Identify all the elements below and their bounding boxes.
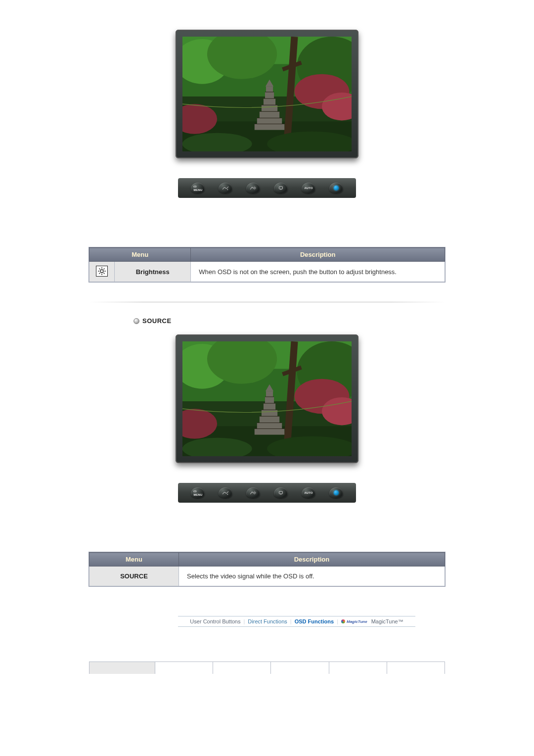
svg-point-38: [100, 270, 103, 273]
nav-separator: |: [290, 618, 292, 624]
brightness-icon-cell: [89, 262, 115, 282]
down-adjust-button[interactable]: [219, 183, 232, 193]
empty-cell: [387, 662, 445, 674]
subsection-nav: User Control Buttons | Direct Functions …: [178, 616, 415, 627]
svg-line-43: [99, 269, 100, 270]
hardware-button-bar-2: ▭MENU AUTO: [178, 483, 356, 503]
svg-rect-62: [262, 410, 277, 416]
svg-point-28: [254, 187, 255, 189]
section-divider: [89, 302, 445, 302]
svg-rect-14: [260, 111, 279, 118]
svg-rect-61: [260, 416, 279, 423]
svg-rect-18: [266, 87, 273, 92]
svg-rect-16: [264, 98, 275, 105]
table-header-description: Description: [179, 553, 445, 567]
enter-source-button[interactable]: [274, 487, 288, 498]
empty-cell: [89, 662, 155, 674]
power-icon: [334, 186, 339, 190]
table-header-menu: Menu: [89, 553, 179, 567]
magictune-logo: MagicTune: [341, 619, 367, 624]
svg-line-35: [255, 187, 256, 188]
brightness-name-cell: Brightness: [115, 262, 191, 282]
magictune-swirl-icon: [341, 619, 345, 623]
enter-source-button[interactable]: [274, 183, 288, 193]
empty-cell: [329, 662, 387, 674]
hardware-button-bar: ▭MENU AUTO: [178, 178, 356, 198]
svg-line-45: [104, 269, 105, 270]
source-description-cell: Selects the video signal while the OSD i…: [179, 567, 445, 586]
svg-line-44: [104, 273, 105, 274]
empty-cell: [271, 662, 329, 674]
source-section-heading: SOURCE: [89, 317, 445, 325]
down-adjust-button[interactable]: [219, 487, 232, 498]
svg-rect-84: [279, 491, 283, 494]
svg-rect-12: [255, 124, 285, 130]
sample-photo: [182, 37, 352, 151]
svg-line-46: [99, 273, 100, 274]
menu-button[interactable]: ▭MENU: [191, 487, 205, 498]
power-button[interactable]: [329, 183, 343, 193]
svg-rect-63: [264, 403, 275, 410]
svg-line-80: [253, 492, 254, 492]
brightness-description-cell: When OSD is not on the screen, push the …: [191, 262, 445, 282]
monitor-preview: [176, 30, 358, 158]
svg-rect-65: [266, 391, 273, 397]
nav-direct-functions[interactable]: Direct Functions: [248, 618, 287, 624]
nav-user-control-buttons[interactable]: User Control Buttons: [190, 618, 240, 624]
table-header-menu: Menu: [89, 248, 191, 262]
monitor-screen-2: [182, 341, 352, 456]
svg-line-34: [255, 189, 256, 189]
source-heading-text: SOURCE: [142, 317, 172, 325]
svg-line-82: [255, 492, 256, 492]
table-header-description: Description: [191, 248, 445, 262]
brightness-table: Menu Description: [89, 247, 445, 282]
auto-button[interactable]: AUTO: [302, 487, 315, 498]
nav-separator: |: [337, 618, 338, 624]
svg-rect-60: [257, 423, 282, 428]
up-brightness-button[interactable]: [246, 183, 260, 193]
svg-point-75: [254, 492, 255, 493]
source-table: Menu Description SOURCE Selects the vide…: [89, 552, 445, 586]
svg-line-33: [253, 187, 254, 188]
nav-magictune[interactable]: MagicTune™: [371, 618, 403, 624]
svg-rect-37: [279, 187, 283, 189]
nav-osd-functions[interactable]: OSD Functions: [295, 618, 334, 624]
svg-line-36: [253, 189, 254, 189]
source-name-cell: SOURCE: [89, 567, 179, 586]
brightness-icon: [96, 266, 108, 277]
sample-photo-2: [182, 341, 352, 456]
empty-cell: [213, 662, 271, 674]
auto-button[interactable]: AUTO: [302, 183, 315, 193]
svg-rect-15: [262, 105, 277, 111]
power-icon: [334, 490, 339, 495]
bottom-empty-table: [89, 662, 445, 674]
monitor-screen: [182, 37, 352, 151]
svg-rect-17: [265, 92, 274, 98]
empty-cell: [155, 662, 213, 674]
svg-line-81: [255, 494, 256, 494]
svg-rect-13: [257, 118, 282, 124]
nav-separator: |: [243, 618, 245, 624]
power-button[interactable]: [329, 487, 343, 498]
svg-line-83: [253, 494, 254, 494]
menu-button[interactable]: ▭MENU: [191, 183, 205, 193]
svg-rect-59: [255, 429, 285, 435]
up-brightness-button[interactable]: [246, 487, 260, 498]
monitor-preview-2: [176, 334, 358, 463]
svg-rect-64: [265, 397, 274, 403]
bullet-icon: [134, 318, 139, 324]
